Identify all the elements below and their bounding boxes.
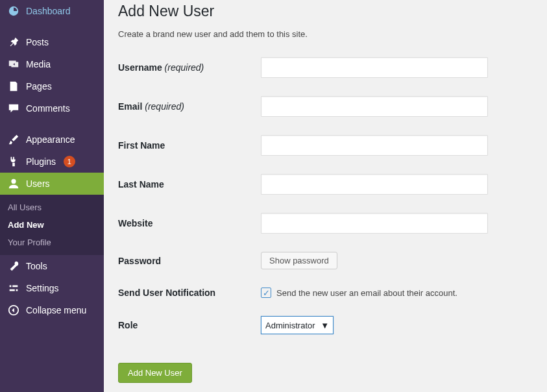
sidebar-item-media[interactable]: Media xyxy=(0,53,104,75)
sidebar-label: Collapse menu xyxy=(26,305,86,315)
sidebar-label: Settings xyxy=(26,283,59,293)
sidebar-label: Users xyxy=(26,178,50,189)
dashboard-icon xyxy=(8,5,19,17)
sidebar-label: Comments xyxy=(26,103,70,114)
role-select[interactable]: Administrator ▼ xyxy=(261,316,334,334)
add-new-user-button[interactable]: Add New User xyxy=(118,363,192,383)
sidebar-label: Appearance xyxy=(26,134,75,145)
label-username: Username (required) xyxy=(118,62,261,73)
sidebar-label: Dashboard xyxy=(26,6,71,16)
main-content: Add New User Create a brand new user and… xyxy=(104,0,547,392)
chevron-down-icon: ▼ xyxy=(321,321,329,330)
label-website: Website xyxy=(118,218,261,228)
submenu-add-new[interactable]: Add New xyxy=(0,216,104,234)
sidebar-label: Pages xyxy=(26,81,52,92)
email-input[interactable] xyxy=(261,96,488,117)
sidebar-item-pages[interactable]: Pages xyxy=(0,75,104,97)
brush-icon xyxy=(8,134,19,145)
submenu-your-profile[interactable]: Your Profile xyxy=(0,234,104,251)
sidebar-item-settings[interactable]: Settings xyxy=(0,277,104,299)
username-input[interactable] xyxy=(261,57,488,78)
plug-icon xyxy=(8,156,19,167)
user-icon xyxy=(8,178,19,190)
wrench-icon xyxy=(8,260,19,272)
sidebar-item-collapse[interactable]: Collapse menu xyxy=(0,299,104,321)
page-title: Add New User xyxy=(118,3,533,20)
sidebar-item-appearance[interactable]: Appearance xyxy=(0,129,104,151)
notification-text: Send the new user an email about their a… xyxy=(276,288,457,298)
sidebar-label: Tools xyxy=(26,261,47,271)
label-role: Role xyxy=(118,320,261,330)
sidebar-label: Media xyxy=(26,59,51,69)
pin-icon xyxy=(8,36,19,48)
website-input[interactable] xyxy=(261,213,488,234)
pages-icon xyxy=(8,80,19,92)
sidebar: Dashboard Posts Media Pages Comments App… xyxy=(0,0,104,392)
sidebar-item-plugins[interactable]: Plugins 1 xyxy=(0,151,104,173)
sidebar-label: Posts xyxy=(26,37,49,47)
label-lastname: Last Name xyxy=(118,179,261,190)
svg-point-0 xyxy=(11,179,16,184)
plugin-update-badge: 1 xyxy=(64,156,75,167)
comment-icon xyxy=(8,103,19,114)
sidebar-item-tools[interactable]: Tools xyxy=(0,255,104,277)
sidebar-item-posts[interactable]: Posts xyxy=(0,31,104,53)
sidebar-label: Plugins xyxy=(26,156,56,167)
sidebar-submenu-users: All Users Add New Your Profile xyxy=(0,195,104,255)
firstname-input[interactable] xyxy=(261,135,488,156)
sidebar-item-dashboard[interactable]: Dashboard xyxy=(0,0,104,22)
label-notification: Send User Notification xyxy=(118,288,261,298)
page-description: Create a brand new user and add them to … xyxy=(118,29,533,39)
label-password: Password xyxy=(118,256,261,266)
settings-icon xyxy=(8,282,19,294)
sidebar-item-comments[interactable]: Comments xyxy=(0,97,104,119)
show-password-button[interactable]: Show password xyxy=(261,252,337,269)
notification-checkbox[interactable]: ✓ xyxy=(261,288,271,298)
collapse-icon xyxy=(8,304,19,316)
label-email: Email (required) xyxy=(118,101,261,112)
lastname-input[interactable] xyxy=(261,174,488,195)
sidebar-item-users[interactable]: Users xyxy=(0,173,104,195)
submenu-all-users[interactable]: All Users xyxy=(0,199,104,216)
media-icon xyxy=(8,58,19,70)
label-firstname: First Name xyxy=(118,140,261,151)
